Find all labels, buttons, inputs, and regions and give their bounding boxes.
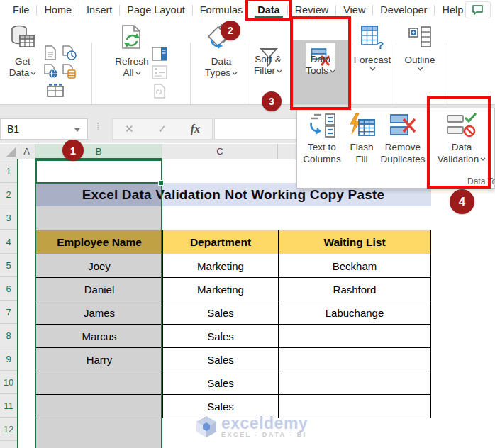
cell-b12-selected[interactable] xyxy=(35,418,162,448)
step-circle-1: 1 xyxy=(62,140,84,161)
cell[interactable]: Sales xyxy=(163,325,279,348)
row-header-12[interactable]: 12 xyxy=(0,418,17,441)
cancel-icon[interactable]: ✕ xyxy=(125,123,134,135)
formula-input[interactable] xyxy=(214,118,298,140)
formula-bar-drag-handle[interactable]: ⁞ xyxy=(96,121,99,133)
flash-fill-label-2: Fill xyxy=(345,154,378,166)
cell[interactable] xyxy=(279,325,431,348)
from-database-icon[interactable] xyxy=(62,64,77,79)
comments-button[interactable] xyxy=(465,1,491,18)
cell[interactable]: Labuchange xyxy=(279,301,431,325)
selection-border-right xyxy=(161,159,162,448)
row-header-column: 1 2 3 4 5 6 7 8 9 10 11 12 xyxy=(0,159,18,448)
tab-developer[interactable]: Developer xyxy=(373,1,434,20)
selection-border-left xyxy=(35,159,36,448)
name-box[interactable]: B1 xyxy=(0,118,88,140)
exceldemy-logo-icon xyxy=(196,415,217,438)
tab-home[interactable]: Home xyxy=(37,1,79,20)
refresh-all-label-2: All xyxy=(123,67,133,78)
table-header-row: Employee Name Department Waiting List xyxy=(36,230,431,254)
from-text-file-icon[interactable] xyxy=(44,45,57,61)
cell[interactable]: Marketing xyxy=(163,278,279,301)
active-cell-b1[interactable] xyxy=(35,159,162,184)
cell[interactable] xyxy=(36,395,163,418)
refresh-all-icon xyxy=(119,24,145,52)
name-box-dropdown-icon[interactable] xyxy=(74,128,80,132)
cell-b3-selected[interactable] xyxy=(35,206,162,230)
row-header-1[interactable]: 1 xyxy=(0,159,17,183)
row-header-10[interactable]: 10 xyxy=(0,371,17,394)
cell[interactable] xyxy=(36,371,163,395)
row-header-2[interactable]: 2 xyxy=(0,183,17,206)
tab-insert[interactable]: Insert xyxy=(79,1,119,20)
cell[interactable]: Sales xyxy=(163,348,279,371)
recent-sources-icon[interactable] xyxy=(62,45,77,61)
cell[interactable]: Sales xyxy=(163,301,279,325)
table-row: Sales xyxy=(36,371,431,395)
existing-connections-icon[interactable] xyxy=(47,84,64,98)
step-circle-4: 4 xyxy=(450,189,474,214)
flash-fill-icon xyxy=(347,113,376,138)
tab-file[interactable]: File xyxy=(6,1,36,20)
column-header-a[interactable]: A xyxy=(18,144,35,159)
table-row: Marcus Sales xyxy=(36,325,431,348)
annotation-box-data-tab xyxy=(245,0,291,21)
cell[interactable]: Marketing xyxy=(163,254,279,278)
cell[interactable]: Sales xyxy=(163,371,279,395)
tab-data[interactable]: Data xyxy=(250,1,287,20)
name-box-value: B1 xyxy=(7,123,19,135)
header-department[interactable]: Department xyxy=(163,230,279,254)
refresh-all-label-1: Refresh xyxy=(111,56,153,67)
tab-page-layout[interactable]: Page Layout xyxy=(120,1,191,20)
remove-duplicates-button[interactable]: Remove Duplicates xyxy=(377,111,429,165)
header-waiting-list[interactable]: Waiting List xyxy=(279,230,431,254)
row-header-4[interactable]: 4 xyxy=(0,230,17,254)
cell[interactable] xyxy=(279,348,431,371)
select-all-button[interactable] xyxy=(0,144,18,159)
row-header-3[interactable]: 3 xyxy=(0,206,17,230)
sort-filter-label-2: Filter xyxy=(254,65,275,76)
text-to-columns-label-1: Text to xyxy=(300,142,344,154)
forecast-button[interactable]: ? Forecast xyxy=(351,24,394,71)
cell[interactable]: Joey xyxy=(36,254,163,278)
step-circle-3: 3 xyxy=(262,91,282,111)
ribbon-tab-bar: File Home Insert Page Layout Formulas Da… xyxy=(0,0,495,20)
column-header-c[interactable]: C xyxy=(162,144,278,159)
cell[interactable]: James xyxy=(36,301,163,325)
employee-table: Employee Name Department Waiting List Jo… xyxy=(35,230,431,418)
table-row: Harry Sales xyxy=(36,348,431,371)
refresh-all-button[interactable]: Refresh All xyxy=(111,24,153,79)
cell[interactable] xyxy=(279,371,431,395)
from-web-icon[interactable] xyxy=(44,64,58,79)
text-to-columns-label-2: Columns xyxy=(300,154,344,166)
formula-buttons: ✕ ✓ fx xyxy=(112,118,213,140)
enter-icon[interactable]: ✓ xyxy=(157,123,167,135)
text-to-columns-button[interactable]: Text to Columns xyxy=(300,111,344,165)
cell[interactable]: Beckham xyxy=(279,254,431,278)
row-header-8[interactable]: 8 xyxy=(0,324,17,347)
outline-icon xyxy=(406,24,433,51)
cell[interactable]: Daniel xyxy=(36,278,163,301)
get-data-button[interactable]: Get Data xyxy=(4,24,41,79)
column-header-b[interactable]: B xyxy=(35,144,162,159)
header-employee-name[interactable]: Employee Name xyxy=(36,230,163,254)
insert-function-icon[interactable]: fx xyxy=(191,123,200,135)
properties-icon[interactable] xyxy=(152,65,167,79)
edit-links-icon[interactable] xyxy=(153,84,166,99)
outline-button[interactable]: Outline xyxy=(399,24,441,71)
fill-handle[interactable] xyxy=(158,180,164,186)
row-header-7[interactable]: 7 xyxy=(0,301,17,324)
flash-fill-button[interactable]: Flash Fill xyxy=(345,111,378,165)
row-header-11[interactable]: 11 xyxy=(0,394,17,418)
queries-connections-icon[interactable] xyxy=(152,47,167,61)
cell[interactable]: Marcus xyxy=(36,325,163,348)
tab-formulas[interactable]: Formulas xyxy=(193,1,250,20)
sort-filter-button[interactable]: Sort & Filter xyxy=(247,54,289,77)
watermark-brand: exceldemy xyxy=(221,415,308,431)
row-header-9[interactable]: 9 xyxy=(0,347,17,371)
cell[interactable]: Harry xyxy=(36,348,163,371)
cell[interactable]: Rashford xyxy=(279,278,431,301)
row-header-5[interactable]: 5 xyxy=(0,254,17,277)
text-to-columns-icon xyxy=(307,113,337,138)
row-header-6[interactable]: 6 xyxy=(0,277,17,301)
